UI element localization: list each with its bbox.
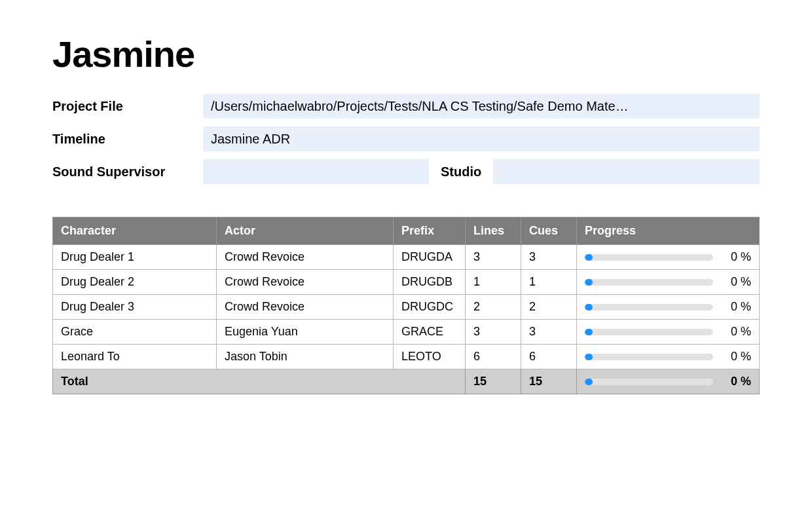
progress-bar <box>585 304 713 310</box>
cell-character: Leonard To <box>53 345 217 369</box>
cell-lines: 3 <box>466 320 521 345</box>
cell-character: Drug Dealer 2 <box>53 270 217 295</box>
progress-percent: 0 % <box>722 250 751 264</box>
table-row[interactable]: Leonard ToJason TobinLEOTO660 % <box>53 345 760 369</box>
cell-character: Grace <box>53 320 217 345</box>
characters-table-wrap: Character Actor Prefix Lines Cues Progre… <box>52 217 760 394</box>
progress-bar <box>585 279 713 286</box>
project-file-label: Project File <box>52 99 203 114</box>
cell-lines: 2 <box>466 295 521 320</box>
cell-progress: 0 % <box>577 245 760 270</box>
cell-cues: 3 <box>521 320 577 345</box>
cell-character: Drug Dealer 1 <box>53 245 217 270</box>
project-detail-page: Jasmine Project File /Users/michaelwabro… <box>0 0 812 427</box>
supervisor-studio-row: Sound Supervisor Studio <box>52 159 760 184</box>
col-header-lines: Lines <box>466 217 521 245</box>
table-row[interactable]: Drug Dealer 1Crowd RevoiceDRUGDA330 % <box>53 245 760 270</box>
progress-bar <box>585 379 713 385</box>
studio-field[interactable] <box>493 159 760 184</box>
cell-lines: 3 <box>466 245 521 270</box>
sound-supervisor-label: Sound Supervisor <box>52 164 203 179</box>
cell-prefix: DRUGDB <box>394 270 466 295</box>
cell-cues: 6 <box>521 345 577 369</box>
col-header-character: Character <box>53 217 217 245</box>
cell-progress: 0 % <box>577 320 760 345</box>
total-cues: 15 <box>521 369 577 394</box>
timeline-label: Timeline <box>52 132 203 147</box>
progress-percent: 0 % <box>722 275 751 289</box>
cell-actor: Crowd Revoice <box>217 245 394 270</box>
col-header-cues: Cues <box>521 217 577 245</box>
col-header-actor: Actor <box>217 217 394 245</box>
cell-prefix: DRUGDC <box>394 295 466 320</box>
col-header-progress: Progress <box>577 217 760 245</box>
progress-bar <box>585 254 713 261</box>
cell-cues: 2 <box>521 295 577 320</box>
timeline-field[interactable]: Jasmine ADR <box>203 126 760 151</box>
col-header-prefix: Prefix <box>394 217 466 245</box>
project-file-row: Project File /Users/michaelwabro/Project… <box>52 94 760 119</box>
total-lines: 15 <box>466 369 521 394</box>
cell-actor: Crowd Revoice <box>217 270 394 295</box>
table-body: Drug Dealer 1Crowd RevoiceDRUGDA330 %Dru… <box>53 245 760 394</box>
cell-progress: 0 % <box>577 345 760 369</box>
cell-progress: 0 % <box>577 295 760 320</box>
cell-character: Drug Dealer 3 <box>53 295 217 320</box>
cell-actor: Eugenia Yuan <box>217 320 394 345</box>
progress-percent: 0 % <box>722 350 751 364</box>
progress-bar <box>585 354 713 360</box>
cell-prefix: DRUGDA <box>394 245 466 270</box>
progress-percent: 0 % <box>722 325 751 339</box>
progress-percent: 0 % <box>722 375 751 388</box>
studio-label: Studio <box>429 164 493 179</box>
total-progress: 0 % <box>577 369 760 394</box>
progress-percent: 0 % <box>722 300 751 314</box>
cell-prefix: GRACE <box>394 320 466 345</box>
cell-actor: Jason Tobin <box>217 345 394 369</box>
cell-progress: 0 % <box>577 270 760 295</box>
cell-lines: 1 <box>466 270 521 295</box>
table-header-row: Character Actor Prefix Lines Cues Progre… <box>53 217 760 245</box>
progress-bar <box>585 329 713 335</box>
page-title: Jasmine <box>52 33 760 75</box>
cell-lines: 6 <box>466 345 521 369</box>
table-row[interactable]: Drug Dealer 2Crowd RevoiceDRUGDB110 % <box>53 270 760 295</box>
total-label: Total <box>53 369 466 394</box>
cell-cues: 1 <box>521 270 577 295</box>
sound-supervisor-field[interactable] <box>203 159 429 184</box>
table-total-row: Total15150 % <box>53 369 760 394</box>
project-file-field[interactable]: /Users/michaelwabro/Projects/Tests/NLA C… <box>203 94 760 119</box>
timeline-row: Timeline Jasmine ADR <box>52 126 760 151</box>
characters-table: Character Actor Prefix Lines Cues Progre… <box>52 217 760 394</box>
table-row[interactable]: GraceEugenia YuanGRACE330 % <box>53 320 760 345</box>
table-row[interactable]: Drug Dealer 3Crowd RevoiceDRUGDC220 % <box>53 295 760 320</box>
cell-prefix: LEOTO <box>394 345 466 369</box>
cell-cues: 3 <box>521 245 577 270</box>
cell-actor: Crowd Revoice <box>217 295 394 320</box>
